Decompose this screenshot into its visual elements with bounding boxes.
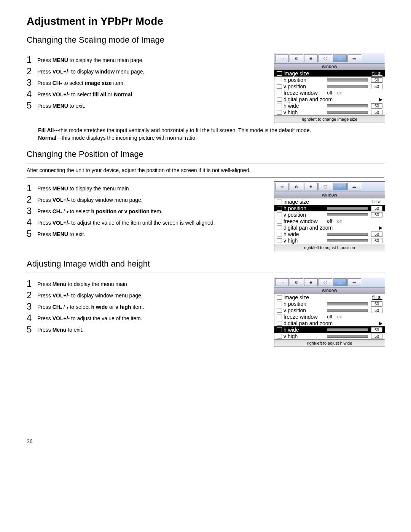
v-high-icon <box>277 110 282 115</box>
step-text: Press MENU to display the menu main <box>37 184 129 192</box>
osd-row-v-high: v high 50 <box>274 237 385 244</box>
step-number: 2 <box>27 67 33 76</box>
step-number: 1 <box>27 279 33 288</box>
step-text: Press Menu to display the menu main <box>37 279 127 288</box>
step-text: Press VOL+/- to adjust the value of the … <box>37 218 215 226</box>
osd-tabs: ▭◐◉◯⬚▬ <box>274 277 385 288</box>
osd-row-v-position: v position 50 <box>274 83 385 89</box>
step-text: Press VOL+/- to display window menu page… <box>37 195 143 203</box>
osd-row-dpz: digital pan and zoom ▶ <box>274 96 385 102</box>
step-text: Press CH / to select h position or v pos… <box>37 206 162 215</box>
step-number: 3 <box>27 78 33 87</box>
osd-row-image-size: image size fill all <box>274 70 385 77</box>
osd-title: window <box>274 192 385 198</box>
divider <box>27 177 384 177</box>
osd-row-v-position: v position 50 <box>274 211 385 218</box>
step-number: 5 <box>27 325 33 334</box>
step-number: 1 <box>27 184 33 193</box>
osd-tab-icon: ◉ <box>304 54 318 62</box>
osd-row-h-wide: h wide 50 <box>274 326 385 333</box>
divider <box>27 49 384 49</box>
osd-row-v-high: v high 50 <box>274 333 385 339</box>
divider <box>27 273 384 273</box>
image-size-icon <box>277 71 282 76</box>
osd-hint: right/left to change image size <box>274 115 385 123</box>
step-number: 4 <box>27 89 33 99</box>
osd-row-dpz: digital pan and zoom ▶ <box>274 224 385 231</box>
osd-title: window <box>274 64 385 70</box>
section2-intro: After connecting the unit to your device… <box>27 167 384 173</box>
osd-hint: right/left to adjust h position <box>274 244 385 251</box>
chevron-right-icon: ▶ <box>379 97 382 102</box>
osd-tab-icon: ▬ <box>347 54 361 62</box>
step-text: Press VOL+/- to select fill all or Norma… <box>37 89 134 98</box>
osd-row-h-wide: h wide 50 <box>274 231 385 237</box>
osd-row-h-position: h position 50 <box>274 300 385 307</box>
step-text: Press CH to select image size item. <box>37 78 125 86</box>
osd-row-h-position: h position 50 <box>274 205 385 211</box>
step-text: Press VOL+/- to display window menu page… <box>37 67 144 75</box>
osd-screenshot-1: ▭ ◐ ◉ ◯ ⬚ ▬ window image size fill all h… <box>274 53 385 123</box>
section1-heading: Changing the Scaling mode of Image <box>27 35 384 45</box>
osd-row-image-size: image size fill all <box>274 198 385 205</box>
step-number: 5 <box>27 229 33 238</box>
osd-row-v-high: v high 50 <box>274 109 385 115</box>
step-text: Press CH / to select h wide or v high it… <box>37 302 144 310</box>
h-position-icon <box>277 78 282 82</box>
osd-screenshot-3: ▭◐◉◯⬚▬ window image size fill all h posi… <box>274 277 385 347</box>
step-number: 2 <box>27 195 33 204</box>
osd-row-freeze: freeze window offon <box>274 218 385 224</box>
osd-row-v-position: v position 50 <box>274 307 385 313</box>
step-number: 4 <box>27 313 33 323</box>
page-title: Adjustment in YPbPr Mode <box>27 15 384 27</box>
step-number: 1 <box>27 55 33 64</box>
osd-tab-icon: ◐ <box>290 54 303 62</box>
osd-hint: right/left to adjust h wide <box>274 339 385 347</box>
osd-row-freeze: freeze window offon <box>274 313 385 320</box>
osd-title: window <box>274 288 385 294</box>
osd-row-dpz: digital pan and zoom ▶ <box>274 320 385 326</box>
section3-heading: Adjusting Image width and height <box>27 259 384 269</box>
osd-screenshot-2: ▭◐◉◯⬚▬ window image size fill all h posi… <box>274 181 385 251</box>
step-text: Press MENU to exit. <box>37 101 85 109</box>
osd-tabs: ▭◐◉◯⬚▬ <box>274 182 385 192</box>
step-number: 3 <box>27 206 33 216</box>
step-text: Press VOL+/- to adjust the value of the … <box>37 313 142 322</box>
divider <box>27 163 384 163</box>
osd-tab-icon: ▭ <box>275 54 289 62</box>
step-number: 5 <box>27 101 33 110</box>
h-wide-icon <box>277 104 282 108</box>
osd-row-h-wide: h wide 50 <box>274 102 385 109</box>
step-number: 2 <box>27 291 33 300</box>
osd-row-freeze: freeze window offon <box>274 89 385 96</box>
osd-tab-icon: ⬚ <box>333 54 347 62</box>
section2-heading: Changing the Position of Image <box>27 149 384 159</box>
osd-tabs: ▭ ◐ ◉ ◯ ⬚ ▬ <box>274 53 385 64</box>
step-number: 4 <box>27 218 33 227</box>
osd-tab-icon: ◯ <box>319 54 332 62</box>
osd-row-image-size: image size fill all <box>274 294 385 300</box>
osd-row-h-position: h position 50 <box>274 77 385 83</box>
step-number: 3 <box>27 302 33 311</box>
dpz-icon <box>277 97 282 102</box>
freeze-icon <box>277 91 282 95</box>
step-text: Press VOL+/- to display window menu page… <box>37 291 143 299</box>
step-text: Press Menu to exit. <box>37 325 83 333</box>
step-text: Press MENU to display the menu main page… <box>37 55 143 64</box>
page-number: 36 <box>27 438 384 444</box>
mode-description: Fill All---this mode stretches the input… <box>38 127 384 142</box>
v-position-icon <box>277 84 282 89</box>
step-text: Press MENU to exit. <box>37 229 85 238</box>
